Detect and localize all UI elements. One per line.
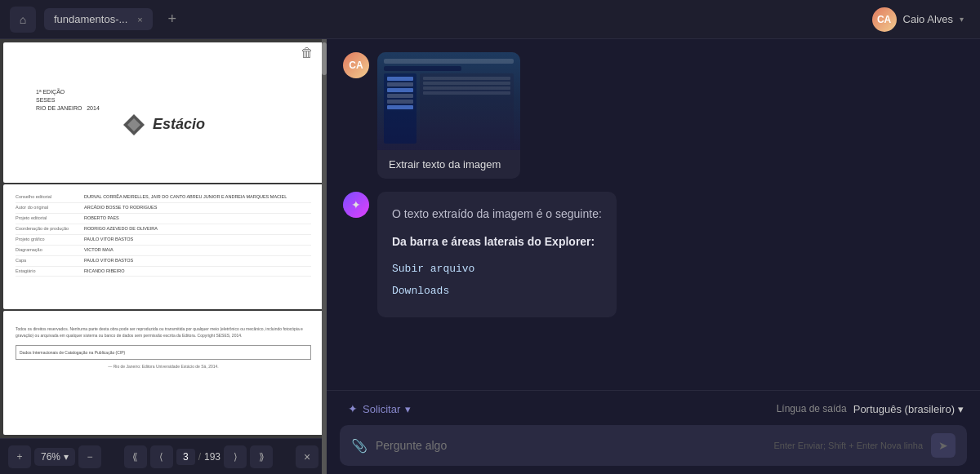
nav-last-button[interactable]: ⟫ [250,445,273,468]
nav-prev-button[interactable]: ⟨ [150,445,173,468]
spark-icon: ✦ [348,402,358,415]
pdf-scrollbar[interactable] [322,39,327,474]
topbar: ⌂ fundamentos-... × + CA Caio Alves ▾ [0,0,980,39]
zoom-chevron-icon: ▾ [64,451,69,463]
chat-input-box: 📎 Enter Enviar; Shift + Enter Nova linha… [340,425,967,466]
lingua-chevron-icon: ▾ [958,403,964,415]
edition-info: 1ª EDIÇÃO SESES RIO DE JANEIRO 2014 [36,88,100,112]
solicitar-label: Solicitar [363,403,400,415]
thumb-nav-item [387,82,413,86]
edition-line3: RIO DE JANEIRO 2014 [36,104,100,113]
input-hint: Enter Enviar; Shift + Enter Nova linha [773,441,923,450]
pdf-logo: Estácio [122,113,205,137]
tab-label: fundamentos-... [54,13,127,25]
pdf-page-3: Todos os direitos reservados. Nenhuma pa… [3,311,323,435]
table-row: Autor do original ARCÁDIO BOSSE TO RODRI… [16,203,311,214]
thumb-content [420,73,514,144]
thumb-nav-item [387,94,413,98]
thumb-content-row [423,77,510,80]
lingua-value: Português (brasileiro) [853,403,955,415]
tab-add-button[interactable]: + [161,8,184,31]
chevron-down-icon: ▾ [960,15,964,24]
home-button[interactable]: ⌂ [10,7,36,33]
send-icon: ➤ [938,439,948,452]
code-line-2: Downloads [392,283,602,300]
pdf-pages: 1ª EDIÇÃO SESES RIO DE JANEIRO 2014 Está… [0,39,327,438]
image-message-card: Extrair texto da imagem [377,52,520,179]
pdf-close-button[interactable]: × [296,445,318,468]
edition-line1: 1ª EDIÇÃO [36,88,100,96]
tab-fundamentos[interactable]: fundamentos-... × [44,8,153,30]
page-total: 193 [204,451,220,463]
zoom-level: 76% [41,451,60,463]
copyright-text: Todos os direitos reservados. Nenhuma pa… [16,326,311,339]
chat-input-area: ✦ Solicitar ▾ Língua de saída Português … [327,390,980,474]
thumb-content-row [423,91,510,95]
home-icon: ⌂ [20,13,26,26]
avatar-initials: CA [877,14,891,25]
thumb-nav-item [387,88,413,92]
page-separator: / [198,451,201,463]
image-label: Extrair texto da imagem [377,150,520,179]
image-thumbnail [377,52,520,150]
tab-close-button[interactable]: × [137,15,142,24]
send-button[interactable]: ➤ [931,433,956,458]
assistant-avatar: ✦ [343,192,369,218]
page-current: 3 [176,449,195,465]
chat-input-toolbar: ✦ Solicitar ▾ Língua de saída Português … [340,399,967,419]
pdf-page-1: 1ª EDIÇÃO SESES RIO DE JANEIRO 2014 Está… [3,42,323,183]
user-message: CA [343,52,964,179]
pdf-delete-button[interactable]: 🗑 [301,46,314,60]
pdf-panel: 🗑 1ª EDIÇÃO SESES RIO DE JANEIRO 2014 Es… [0,39,327,474]
brand-name: Estácio [153,116,205,133]
zoom-in-button[interactable]: + [8,445,31,468]
pdf-page-2: Conselho editorial DURVAL CORRÊA MEIRELL… [3,184,323,308]
chat-messages: CA [327,39,980,390]
thumb-nav-item [387,105,413,109]
assistant-heading: Da barra e áreas laterais do Explorer: [392,233,602,250]
close-icon: × [304,450,310,463]
nav-next-button[interactable]: ⟩ [224,445,247,468]
table-row: Projeto gráfico PAULO VITOR BASTOS [16,235,311,246]
attach-button[interactable]: 📎 [351,438,368,454]
avatar: CA [872,7,897,32]
lingua-select[interactable]: Português (brasileiro) ▾ [853,403,964,415]
catalogacao-box: Dados Internacionais de Catalogação na P… [16,345,311,360]
zoom-display[interactable]: 76% ▾ [34,448,75,466]
assistant-bubble: O texto extraído da imagem é o seguinte:… [377,192,617,317]
pdf-scrollbar-thumb [322,42,327,75]
solicitar-chevron-icon: ▾ [405,403,411,415]
lingua-label: Língua de saída [777,403,847,414]
solicitar-button[interactable]: ✦ Solicitar ▾ [343,399,416,419]
zoom-group: + 76% ▾ − [8,445,101,468]
user-menu[interactable]: CA Caio Alves ▾ [866,4,970,35]
pdf-footer: — Rio de Janeiro: Editora Universidade E… [16,363,311,370]
zoom-out-button[interactable]: − [78,445,101,468]
user-name: Caio Alves [903,13,953,25]
table-row: Projeto editorial ROBERTO PAES [16,214,311,224]
thumb-content-row [423,82,510,85]
thumb-row [384,66,461,71]
chat-input-field[interactable] [376,439,765,452]
page-display: 3 / 193 [176,449,220,465]
table-row: Diagramação VICTOR MAIA [16,246,311,256]
thumb-nav-item [387,77,413,81]
thumb-sidebar [384,73,514,144]
nav-group: ⟪ ⟨ 3 / 193 ⟩ ⟫ [124,445,273,468]
table-row: Capa PAULO VITOR BASTOS [16,256,311,267]
main-layout: 🗑 1ª EDIÇÃO SESES RIO DE JANEIRO 2014 Es… [0,39,980,474]
code-line-1: Subir arquivo [392,261,602,278]
trash-icon: 🗑 [301,46,314,60]
thumb-nav-item [387,100,413,104]
estacio-logo-icon [122,113,146,137]
thumb-row [384,59,514,64]
assistant-icon: ✦ [351,198,361,211]
user-chat-avatar: CA [343,52,369,78]
user-avatar-initials: CA [349,60,363,71]
thumbnail-mockup [377,52,520,150]
nav-first-button[interactable]: ⟪ [124,445,147,468]
assistant-intro: O texto extraído da imagem é o seguinte: [392,205,602,223]
table-row: Conselho editorial DURVAL CORRÊA MEIRELL… [16,193,311,203]
table-row: Estagiário RICANDO RIBEIRO [16,267,311,277]
edition-line2: SESES [36,96,100,104]
